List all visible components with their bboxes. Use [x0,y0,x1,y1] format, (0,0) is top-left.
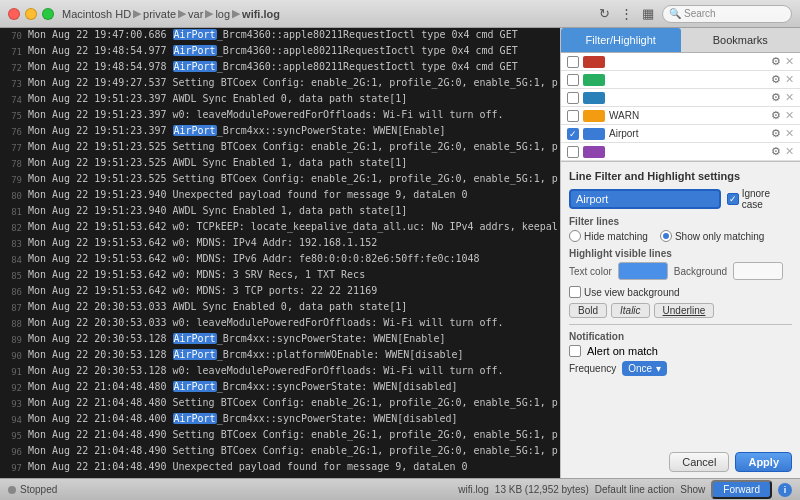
text-color-swatch[interactable] [618,262,668,280]
forward-button[interactable]: Forward [711,480,772,499]
log-line[interactable]: 73Mon Aug 22 19:49:27.537 Setting BTCoex… [0,76,560,92]
log-line[interactable]: 91Mon Aug 22 20:30:53.128 w0: leaveModul… [0,364,560,380]
delete-icon[interactable]: ✕ [785,55,794,68]
log-line[interactable]: 93Mon Aug 22 21:04:48.480 Setting BTCoex… [0,396,560,412]
fullscreen-button[interactable] [42,8,54,20]
log-line[interactable]: 88Mon Aug 22 20:30:53.033 w0: leaveModul… [0,316,560,332]
log-line-num: 71 [2,44,28,59]
log-line[interactable]: 80Mon Aug 22 19:51:23.940 Unexpected pay… [0,188,560,204]
delete-icon[interactable]: ✕ [785,127,794,140]
filter-checkbox[interactable] [567,146,579,158]
info-icon[interactable]: i [778,483,792,497]
gear-icon[interactable]: ⚙ [771,91,781,104]
log-line[interactable]: 82Mon Aug 22 19:51:53.642 w0: TCPkEEP: l… [0,220,560,236]
log-line-text: Mon Aug 22 19:51:53.642 w0: MDNS: 3 SRV … [28,268,558,282]
tab-filter-highlight[interactable]: Filter/Highlight [561,28,681,52]
log-line[interactable]: 74Mon Aug 22 19:51:23.397 AWDL Sync Enab… [0,92,560,108]
hide-matching-radio[interactable] [569,230,581,242]
filter-checkbox[interactable]: ✓ [567,128,579,140]
path-filename: wifi.log [242,8,280,20]
log-line[interactable]: 89Mon Aug 22 20:30:53.128 AirPort_Brcm4x… [0,332,560,348]
log-line[interactable]: 70Mon Aug 22 19:47:00.686 AirPort_Brcm43… [0,28,560,44]
log-line[interactable]: 87Mon Aug 22 20:30:53.033 AWDL Sync Enab… [0,300,560,316]
log-line[interactable]: 85Mon Aug 22 19:51:53.642 w0: MDNS: 3 SR… [0,268,560,284]
log-line[interactable]: 90Mon Aug 22 20:30:53.128 AirPort_Brcm4x… [0,348,560,364]
delete-icon[interactable]: ✕ [785,145,794,158]
log-line[interactable]: 78Mon Aug 22 19:51:23.525 AWDL Sync Enab… [0,156,560,172]
highlight-color-row: Text color Background [569,262,792,280]
log-line[interactable]: 96Mon Aug 22 21:04:48.490 Setting BTCoex… [0,444,560,460]
gear-icon[interactable]: ⚙ [771,73,781,86]
log-line[interactable]: 81Mon Aug 22 19:51:23.940 AWDL Sync Enab… [0,204,560,220]
filter-checkbox[interactable] [567,74,579,86]
filter-checkbox[interactable] [567,92,579,104]
delete-icon[interactable]: ✕ [785,109,794,122]
filter-item[interactable]: ⚙✕ [561,71,800,89]
cancel-button[interactable]: Cancel [669,452,729,472]
filter-color-box [583,128,605,140]
gear-icon[interactable]: ⚙ [771,145,781,158]
filter-text-input[interactable] [569,189,721,209]
log-line[interactable]: 76Mon Aug 22 19:51:23.397 AirPort_Brcm4x… [0,124,560,140]
frequency-label: Frequency [569,363,616,374]
log-line[interactable]: 86Mon Aug 22 19:51:53.642 w0: MDNS: 3 TC… [0,284,560,300]
log-line[interactable]: 94Mon Aug 22 21:04:48.400 AirPort_Brcm4x… [0,412,560,428]
close-button[interactable] [8,8,20,20]
minimize-button[interactable] [25,8,37,20]
alert-on-match-checkbox[interactable] [569,345,581,357]
log-line-num: 87 [2,300,28,315]
log-line[interactable]: 71Mon Aug 22 19:48:54.977 AirPort_Brcm43… [0,44,560,60]
filter-item[interactable]: ⚙✕ [561,89,800,107]
ignore-case-checkbox[interactable]: ✓ [727,193,739,205]
use-view-bg-checkbox[interactable] [569,286,581,298]
hide-matching-option[interactable]: Hide matching [569,230,648,242]
filter-item[interactable]: ⚙✕ [561,143,800,161]
delete-icon[interactable]: ✕ [785,73,794,86]
log-area[interactable]: 70Mon Aug 22 19:47:00.686 AirPort_Brcm43… [0,28,560,478]
columns-icon[interactable]: ▦ [640,6,656,22]
italic-button[interactable]: Italic [611,303,650,318]
show-only-radio[interactable] [660,230,672,242]
refresh-icon[interactable]: ↻ [596,6,612,22]
gear-icon[interactable]: ⚙ [771,55,781,68]
alert-on-match-row: Alert on match [569,345,792,357]
gear-icon[interactable]: ⚙ [771,109,781,122]
log-line[interactable]: 92Mon Aug 22 21:04:48.480 AirPort_Brcm4x… [0,380,560,396]
filter-checkbox[interactable] [567,110,579,122]
bottom-size: 13 KB (12,952 bytes) [495,484,589,495]
log-line[interactable]: 95Mon Aug 22 21:04:48.490 Setting BTCoex… [0,428,560,444]
airport-highlight: AirPort [173,333,217,344]
filter-checkbox[interactable] [567,56,579,68]
log-line[interactable]: 83Mon Aug 22 19:51:53.642 w0: MDNS: IPv4… [0,236,560,252]
menu-icon[interactable]: ⋮ [618,6,634,22]
apply-button[interactable]: Apply [735,452,792,472]
background-swatch[interactable] [733,262,783,280]
log-line[interactable]: 84Mon Aug 22 19:51:53.642 w0: MDNS: IPv6… [0,252,560,268]
airport-highlight: AirPort [173,349,217,360]
show-only-option[interactable]: Show only matching [660,230,765,242]
log-line-num: 74 [2,92,28,107]
log-line[interactable]: 72Mon Aug 22 19:48:54.978 AirPort_Brcm43… [0,60,560,76]
path-private: private [143,8,176,20]
frequency-select[interactable]: Once ▾ [622,361,667,376]
log-line-text: Mon Aug 22 21:04:48.480 AirPort_Brcm4xx:… [28,380,558,394]
path-log: log [215,8,230,20]
log-line-text: Mon Aug 22 19:51:23.397 w0: leaveModuleP… [28,108,558,122]
tab-bookmarks[interactable]: Bookmarks [681,28,801,52]
log-line[interactable]: 77Mon Aug 22 19:51:23.525 Setting BTCoex… [0,140,560,156]
filter-list: ⚙✕⚙✕⚙✕WARN⚙✕✓Airport⚙✕⚙✕ [561,53,800,162]
log-line-num: 81 [2,204,28,219]
filter-item[interactable]: WARN⚙✕ [561,107,800,125]
log-line-text: Mon Aug 22 19:51:23.397 AWDL Sync Enable… [28,92,558,106]
delete-icon[interactable]: ✕ [785,91,794,104]
log-line-num: 92 [2,380,28,395]
log-line[interactable]: 79Mon Aug 22 19:51:23.525 Setting BTCoex… [0,172,560,188]
search-bar[interactable]: 🔍 Search [662,5,792,23]
filter-item[interactable]: ✓Airport⚙✕ [561,125,800,143]
bold-button[interactable]: Bold [569,303,607,318]
gear-icon[interactable]: ⚙ [771,127,781,140]
log-line[interactable]: 97Mon Aug 22 21:04:48.490 Unexpected pay… [0,460,560,476]
filter-item[interactable]: ⚙✕ [561,53,800,71]
log-line[interactable]: 75Mon Aug 22 19:51:23.397 w0: leaveModul… [0,108,560,124]
underline-button[interactable]: Underline [654,303,715,318]
